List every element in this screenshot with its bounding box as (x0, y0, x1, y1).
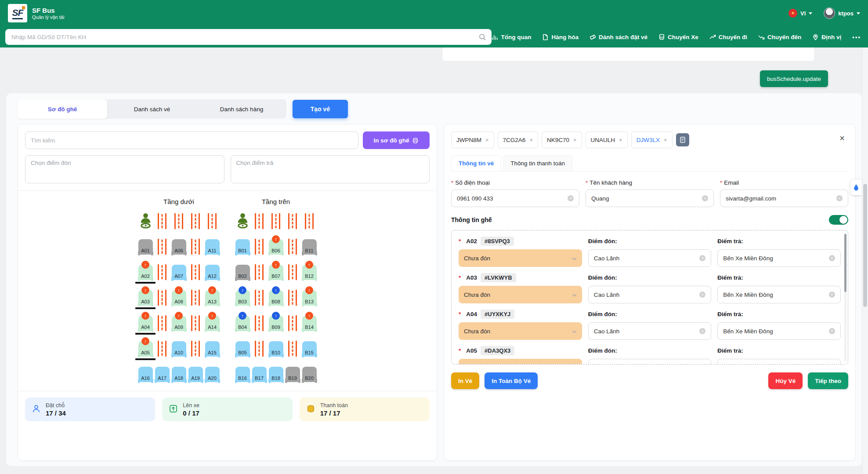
seat-A08[interactable]: A08↑ (172, 290, 186, 306)
seat-B14[interactable]: B14↑ (302, 316, 317, 331)
close-chip-icon[interactable]: × (529, 137, 533, 143)
pickup-point-input[interactable]: Cao Lãnh× (588, 322, 712, 340)
nav-dinh-vi[interactable]: Định vị (812, 34, 841, 40)
clear-icon[interactable]: × (829, 255, 835, 261)
pickup-point-select[interactable]: Chọn điểm đón (25, 155, 224, 183)
ticket-chip-UNAULH[interactable]: UNAULH× (586, 131, 628, 148)
ticket-chip-DJW3LX[interactable]: DJW3LX× (631, 131, 673, 148)
global-search-input[interactable] (11, 33, 479, 41)
seat-B15[interactable]: B15 (302, 341, 317, 357)
clear-icon[interactable]: × (829, 292, 835, 298)
pickup-point-input[interactable]: Cao Lãnh× (588, 286, 712, 303)
seat-B17[interactable]: B17 (252, 367, 267, 382)
print-all-tickets-button[interactable]: In Toàn Bộ Vé (485, 372, 538, 389)
inner-scrollbar-thumb[interactable] (844, 234, 846, 292)
seat-B07[interactable]: B07↑ (269, 265, 283, 280)
seat-B18[interactable]: B18 (269, 367, 283, 382)
seat-B01[interactable]: B01 (235, 239, 250, 255)
close-chip-icon[interactable]: × (664, 137, 667, 143)
seat-A06[interactable]: A06 (172, 239, 186, 255)
field-input[interactable]: Quang× (586, 190, 714, 207)
seat-A12[interactable]: A12 (205, 265, 220, 280)
subtab-thông-tin-thanh-toán[interactable]: Thông tin thanh toán (503, 155, 572, 171)
seat-B13[interactable]: B13↑ (302, 290, 317, 306)
seat-B06[interactable]: B06↑ (269, 239, 283, 255)
page-scrollbar-thumb[interactable] (863, 184, 867, 307)
subtab-thông-tin-vé[interactable]: Thông tin vé (451, 155, 501, 171)
field-input[interactable]: sivarta@gmail.com× (720, 190, 848, 207)
print-seatmap-button[interactable]: In sơ đồ ghế (363, 131, 430, 149)
create-ticket-button[interactable]: Tạo vé (293, 100, 348, 118)
clear-icon[interactable]: × (829, 328, 835, 334)
nav-chuyen-xe[interactable]: Chuyến Xe (658, 34, 698, 40)
close-chip-icon[interactable]: × (573, 137, 577, 143)
seat-B05[interactable]: B05 (235, 341, 250, 357)
seat-search-input[interactable] (25, 131, 358, 149)
seat-A14[interactable]: A14↑ (205, 316, 220, 331)
seat-B20[interactable]: B20 (302, 367, 317, 382)
nav-more[interactable]: ••• (852, 34, 861, 40)
close-chip-icon[interactable]: × (485, 137, 489, 143)
dropoff-point-select[interactable]: Chọn điểm trả (231, 155, 430, 183)
seat-info-toggle[interactable] (829, 215, 848, 225)
field-input[interactable]: 0961 090 433× (451, 190, 579, 207)
tab-danh-sách-vé[interactable]: Danh sách vé (107, 99, 197, 119)
seat-A11[interactable]: A11 (205, 239, 220, 255)
dropoff-point-input[interactable]: Bến Xe Miền Đông× (717, 322, 841, 340)
dropoff-point-input[interactable]: Bến Xe Miền Đông× (717, 286, 841, 303)
seat-A15[interactable]: A15 (205, 341, 220, 357)
nav-chuyen-den[interactable]: Chuyến đến (758, 34, 801, 40)
seat-B16[interactable]: B16 (235, 367, 250, 382)
seat-B19[interactable]: B19 (286, 367, 300, 382)
bus-schedule-update-button[interactable]: busSchedule.update (760, 70, 828, 87)
seat-B10[interactable]: B10 (269, 341, 283, 357)
add-note-button[interactable] (676, 133, 689, 146)
seat-A05[interactable]: A05↑ (138, 341, 153, 357)
clear-icon[interactable]: × (702, 195, 708, 201)
seat-A03[interactable]: A03↑ (138, 290, 153, 306)
seat-A18[interactable]: A18 (172, 367, 186, 382)
ticket-chip-JWPN8M[interactable]: JWPN8M× (451, 131, 494, 148)
clear-icon[interactable]: × (699, 255, 705, 261)
seat-A13[interactable]: A13↑ (205, 290, 220, 306)
pickup-point-input[interactable]: Cao Lãnh× (588, 249, 712, 267)
clear-icon[interactable]: × (699, 328, 705, 334)
close-chip-icon[interactable]: × (619, 137, 622, 143)
dropoff-point-input[interactable]: Bến Xe Miền Đông× (717, 359, 841, 365)
pickup-status-select[interactable]: Chưa đón (459, 286, 582, 303)
seat-A07[interactable]: A07 (172, 265, 186, 280)
seat-A10[interactable]: A10 (172, 341, 186, 357)
seat-A20[interactable]: A20 (205, 367, 220, 382)
seat-B09[interactable]: B09↑ (269, 316, 283, 331)
pickup-status-select[interactable]: Chưa đón (459, 359, 582, 365)
nav-chuyen-di[interactable]: Chuyến đi (709, 34, 747, 40)
seat-A19[interactable]: A19 (188, 367, 203, 382)
cancel-ticket-button[interactable]: Hủy Vé (768, 372, 803, 389)
nav-danh-sach-dat-ve[interactable]: Dánh sách đặt vé (590, 34, 647, 40)
seat-B11[interactable]: B11 (302, 239, 317, 255)
nav-tong-quan[interactable]: Tổng quan (492, 34, 531, 40)
seat-A16[interactable]: A16 (138, 367, 153, 382)
clear-icon[interactable]: × (568, 195, 574, 201)
seat-A09[interactable]: A09↑ (172, 316, 186, 331)
seat-B12[interactable]: B12↑ (302, 265, 317, 280)
seat-A02[interactable]: A02↑ (138, 265, 153, 280)
ticket-chip-NK9C70[interactable]: NK9C70× (542, 131, 582, 148)
seat-A01[interactable]: A01 (138, 239, 153, 255)
seat-A17[interactable]: A17 (155, 367, 170, 382)
floating-widget[interactable] (850, 179, 862, 195)
seat-A04[interactable]: A04↑ (138, 316, 153, 331)
pickup-status-select[interactable]: Chưa đón (459, 249, 582, 267)
next-button[interactable]: Tiếp theo (808, 372, 848, 389)
pickup-point-input[interactable]: Cao Lãnh× (588, 359, 712, 365)
dropoff-point-input[interactable]: Bến Xe Miền Đông× (717, 249, 841, 267)
close-panel-icon[interactable]: × (837, 133, 847, 143)
seat-B04[interactable]: B04↑ (235, 316, 250, 331)
language-selector[interactable]: ★ VI (788, 9, 812, 18)
clear-icon[interactable]: × (699, 292, 705, 298)
seat-B08[interactable]: B08↑ (269, 290, 283, 306)
seat-B03[interactable]: B03↑ (235, 290, 250, 306)
clear-icon[interactable]: × (836, 195, 843, 201)
print-ticket-button[interactable]: In Vé (451, 372, 479, 389)
ticket-chip-7CG2A6[interactable]: 7CG2A6× (498, 131, 538, 148)
